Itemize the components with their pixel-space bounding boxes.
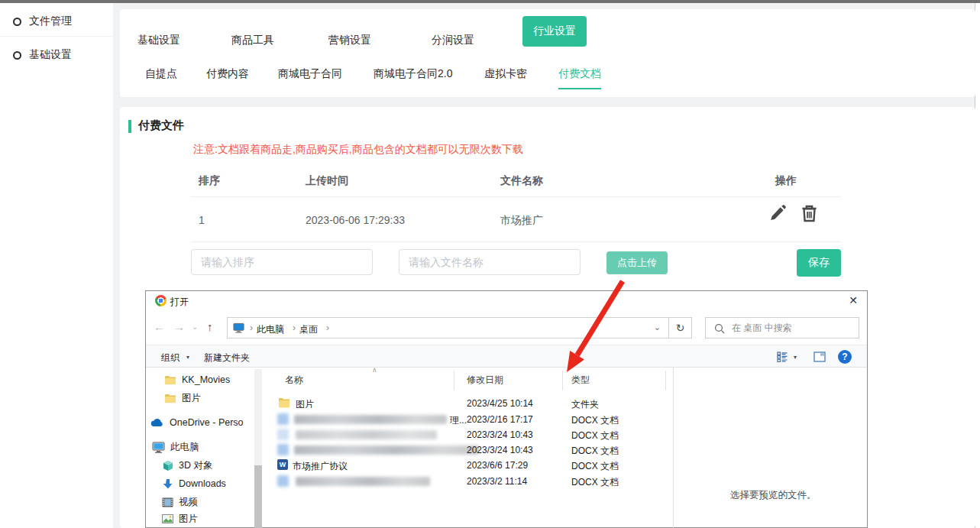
subtab-econtract[interactable]: 商城电子合同 bbox=[278, 67, 342, 88]
list-col-type[interactable]: 类型 bbox=[571, 374, 590, 387]
preview-pane-divider bbox=[673, 368, 674, 528]
tree-item-label: 视频 bbox=[179, 496, 198, 509]
dialog-titlebar[interactable]: 打开 ✕ bbox=[146, 291, 867, 311]
tree-item-label: 图片 bbox=[182, 392, 201, 405]
subtab-paid-content[interactable]: 付费内容 bbox=[206, 67, 249, 88]
tree-item-label: KK_Movies bbox=[182, 374, 230, 385]
column-divider[interactable] bbox=[454, 371, 454, 390]
blurred-file-name bbox=[296, 477, 430, 486]
list-col-name[interactable]: 名称 bbox=[285, 374, 303, 387]
help-icon[interactable]: ? bbox=[838, 350, 852, 364]
computer-icon bbox=[152, 442, 165, 453]
tree-item-pictures[interactable]: 图片 bbox=[162, 511, 198, 526]
up-icon[interactable]: ↑ bbox=[207, 320, 213, 333]
file-date: 2023/3/2 11:14 bbox=[467, 476, 527, 487]
subtab-pickup-point[interactable]: 自提点 bbox=[145, 67, 177, 88]
file-name-input[interactable] bbox=[399, 249, 581, 275]
sidebar-item-file-management[interactable]: 文件管理 bbox=[0, 6, 113, 37]
breadcrumb-separator-icon[interactable]: › bbox=[246, 322, 257, 333]
tree-item-kk-movies[interactable]: KK_Movies bbox=[164, 372, 230, 387]
file-type: DOCX 文档 bbox=[571, 414, 619, 427]
upload-button[interactable]: 点击上传 bbox=[606, 251, 668, 274]
file-date: 2023/3/24 10:43 bbox=[467, 429, 533, 440]
list-col-date[interactable]: 修改日期 bbox=[467, 374, 503, 387]
column-divider[interactable] bbox=[562, 371, 563, 390]
file-name: 图片 bbox=[296, 398, 314, 411]
tree-item-onedrive[interactable]: OneDrive - Perso bbox=[150, 415, 251, 430]
forward-icon[interactable]: → bbox=[173, 320, 185, 333]
tab-industry-settings-active[interactable]: 行业设置 bbox=[522, 16, 587, 47]
file-row[interactable]: 理... 2023/2/16 17:17 DOCX 文档 bbox=[268, 412, 673, 427]
tree-scrollbar-thumb[interactable] bbox=[254, 465, 262, 528]
address-dropdown-icon[interactable]: ⌄ bbox=[654, 322, 661, 332]
organize-button[interactable]: 组织 bbox=[161, 351, 180, 364]
tree-item-downloads[interactable]: Downloads bbox=[163, 476, 226, 491]
blurred-file-icon bbox=[277, 413, 289, 425]
tree-item-3d-objects[interactable]: 3D 对象 bbox=[163, 458, 212, 473]
delete-icon[interactable] bbox=[798, 202, 820, 228]
dialog-title: 打开 bbox=[170, 296, 189, 309]
preview-hint: 选择要预览的文件。 bbox=[730, 489, 817, 502]
back-icon[interactable]: ← bbox=[154, 320, 165, 333]
search-input[interactable] bbox=[706, 318, 859, 338]
file-name: 市场推广协议 bbox=[293, 460, 348, 473]
organize-caret-icon[interactable]: ▾ bbox=[186, 354, 189, 361]
blurred-file-name bbox=[294, 445, 479, 455]
onedrive-icon bbox=[150, 418, 164, 427]
column-divider[interactable] bbox=[665, 371, 666, 390]
file-row[interactable]: 2023/3/24 10:43 DOCX 文档 bbox=[268, 427, 673, 442]
breadcrumb-separator-icon[interactable]: › bbox=[322, 322, 333, 333]
chrome-icon bbox=[155, 295, 167, 306]
table-divider bbox=[191, 196, 841, 197]
sort-input[interactable] bbox=[191, 249, 373, 275]
view-mode-caret-icon[interactable]: ▾ bbox=[794, 354, 797, 361]
address-bar[interactable]: › 此电脑 › 桌面 › ⌄ bbox=[227, 317, 669, 339]
recent-caret-icon[interactable]: ⌄ bbox=[192, 322, 198, 331]
breadcrumb-separator-icon[interactable]: › bbox=[289, 322, 299, 333]
save-button[interactable]: 保存 bbox=[797, 249, 841, 277]
tree-item-label: 3D 对象 bbox=[179, 459, 212, 472]
tab-basic-settings[interactable]: 基础设置 bbox=[137, 34, 180, 47]
tab-product-tools[interactable]: 商品工具 bbox=[231, 34, 274, 47]
subtab-virtual-card[interactable]: 虚拟卡密 bbox=[484, 67, 527, 88]
file-row[interactable]: 2023/3/2 11:14 DOCX 文档 bbox=[268, 474, 673, 489]
col-header-sort: 排序 bbox=[199, 174, 220, 188]
refresh-button[interactable]: ↻ bbox=[668, 317, 692, 339]
tree-item-label: OneDrive - Perso bbox=[170, 417, 244, 428]
sidebar: 文件管理 基础设置 bbox=[0, 3, 113, 528]
sort-ascending-icon[interactable]: ∧ bbox=[372, 366, 377, 374]
view-mode-icon[interactable] bbox=[777, 351, 788, 365]
file-type: DOCX 文档 bbox=[571, 476, 619, 489]
cell-upload-time: 2023-06-06 17:29:33 bbox=[306, 214, 405, 226]
edit-icon[interactable] bbox=[768, 203, 789, 228]
table-divider bbox=[191, 241, 841, 242]
section-title: 付费文件 bbox=[138, 118, 184, 133]
sidebar-item-basic-settings[interactable]: 基础设置 bbox=[0, 40, 113, 70]
subtab-paid-docs-active[interactable]: 付费文档 bbox=[558, 67, 601, 89]
tree-item-videos[interactable]: 视频 bbox=[162, 494, 198, 510]
new-folder-button[interactable]: 新建文件夹 bbox=[204, 351, 250, 364]
video-icon bbox=[162, 497, 173, 507]
close-icon[interactable]: ✕ bbox=[849, 294, 858, 306]
preview-pane-icon[interactable] bbox=[813, 351, 826, 365]
breadcrumb-desktop[interactable]: 桌面 bbox=[299, 323, 318, 336]
file-row[interactable]: W 市场推广协议 2023/6/6 17:29 DOCX 文档 bbox=[268, 458, 673, 473]
picture-icon bbox=[162, 514, 173, 523]
tab-profit-sharing[interactable]: 分润设置 bbox=[432, 34, 474, 47]
file-type: DOCX 文档 bbox=[571, 460, 619, 473]
tab-marketing[interactable]: 营销设置 bbox=[328, 34, 371, 47]
file-row[interactable]: 图片 2023/4/25 10:14 文件夹 bbox=[268, 396, 673, 411]
breadcrumb-this-pc[interactable]: 此电脑 bbox=[257, 323, 284, 336]
cell-file-name: 市场推广 bbox=[500, 214, 543, 228]
tree-item-this-pc[interactable]: 此电脑 bbox=[152, 439, 199, 455]
file-type: 文件夹 bbox=[571, 398, 599, 411]
cube-3d-icon bbox=[163, 460, 173, 471]
circle-bullet-icon bbox=[13, 18, 21, 26]
folder-icon bbox=[164, 394, 176, 403]
file-open-dialog: 打开 ✕ ← → ⌄ ↑ › 此电脑 › 桌面 › ⌄ ↻ 组织 bbox=[145, 290, 868, 528]
file-row[interactable]: 2023/3/24 10:43 DOCX 文档 bbox=[268, 442, 673, 458]
tree-item-pictures-folder[interactable]: 图片 bbox=[164, 390, 201, 406]
subtab-econtract-2[interactable]: 商城电子合同2.0 bbox=[374, 67, 452, 88]
file-type: DOCX 文档 bbox=[571, 445, 619, 458]
search-box bbox=[705, 317, 859, 339]
